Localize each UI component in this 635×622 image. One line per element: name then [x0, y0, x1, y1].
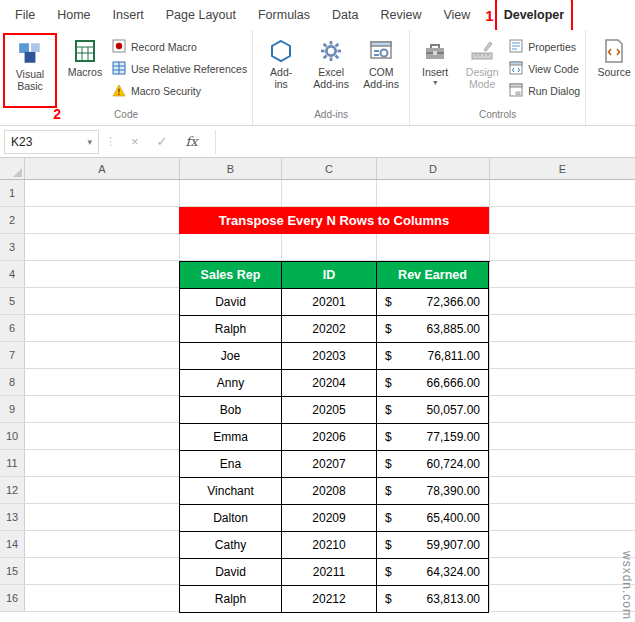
currency-symbol: $: [385, 457, 392, 471]
add-ins-button[interactable]: Add- ins: [256, 33, 306, 108]
row-header[interactable]: 12: [0, 477, 25, 503]
view-code-button[interactable]: View Code: [509, 60, 580, 78]
cell-sales-rep[interactable]: Vinchant: [180, 478, 282, 505]
tab-page-layout[interactable]: Page Layout: [155, 1, 247, 29]
cell-rev[interactable]: $64,324.00: [377, 559, 489, 586]
table-row: David 20201 $72,366.00: [180, 289, 490, 316]
visual-basic-button[interactable]: Visual Basic: [5, 35, 55, 106]
cell-sales-rep[interactable]: Anny: [180, 370, 282, 397]
tab-formulas[interactable]: Formulas: [247, 1, 321, 29]
source-button[interactable]: Source: [589, 33, 635, 108]
tab-view[interactable]: View: [432, 1, 481, 29]
name-box-dropdown-icon[interactable]: ▾: [87, 137, 92, 147]
excel-add-ins-button[interactable]: Excel Add-ins: [306, 33, 356, 108]
cell-rev[interactable]: $59,907.00: [377, 532, 489, 559]
cell-rev[interactable]: $76,811.00: [377, 343, 489, 370]
row-header[interactable]: 15: [0, 558, 25, 584]
cell-rev[interactable]: $65,400.00: [377, 505, 489, 532]
currency-symbol: $: [385, 322, 392, 336]
cell-sales-rep[interactable]: Emma: [180, 424, 282, 451]
cell-id[interactable]: 20208: [282, 478, 377, 505]
cell-sales-rep[interactable]: Cathy: [180, 532, 282, 559]
cell-rev[interactable]: $78,390.00: [377, 478, 489, 505]
cell-id[interactable]: 20207: [282, 451, 377, 478]
cell-sales-rep[interactable]: David: [180, 289, 282, 316]
cell-id[interactable]: 20203: [282, 343, 377, 370]
cell-id[interactable]: 20201: [282, 289, 377, 316]
cell-rev[interactable]: $63,813.00: [377, 586, 489, 613]
cell-sales-rep[interactable]: Ena: [180, 451, 282, 478]
row-header[interactable]: 10: [0, 423, 25, 449]
row-header[interactable]: 2: [0, 207, 25, 233]
row-header[interactable]: 4: [0, 261, 25, 287]
cell-sales-rep[interactable]: Bob: [180, 397, 282, 424]
row-header[interactable]: 5: [0, 288, 25, 314]
row-header[interactable]: 1: [0, 180, 25, 206]
tab-home[interactable]: Home: [46, 1, 101, 29]
column-header-d[interactable]: D: [377, 158, 490, 179]
row-header[interactable]: 14: [0, 531, 25, 557]
tab-insert[interactable]: Insert: [102, 1, 155, 29]
column-header-e[interactable]: E: [490, 158, 635, 179]
row-header[interactable]: 8: [0, 369, 25, 395]
macro-sheet-icon: [73, 36, 97, 66]
cell-id[interactable]: 20211: [282, 559, 377, 586]
com-add-ins-button[interactable]: COM Add-ins: [356, 33, 406, 108]
column-header-a[interactable]: A: [25, 158, 180, 179]
tab-data[interactable]: Data: [321, 1, 369, 29]
column-header-c[interactable]: C: [282, 158, 377, 179]
tab-developer[interactable]: Developer: [495, 0, 573, 32]
header-id[interactable]: ID: [282, 262, 377, 289]
cell-rev[interactable]: $50,057.00: [377, 397, 489, 424]
cell-rev[interactable]: $77,159.00: [377, 424, 489, 451]
macros-button[interactable]: Macros: [60, 33, 110, 108]
macro-security-button[interactable]: Macro Security: [112, 82, 247, 100]
properties-button[interactable]: Properties: [509, 38, 580, 56]
column-header-b[interactable]: B: [180, 158, 282, 179]
source-label: Source: [597, 66, 630, 78]
cell-id[interactable]: 20206: [282, 424, 377, 451]
table-row: Dalton 20209 $65,400.00: [180, 505, 490, 532]
row-header[interactable]: 7: [0, 342, 25, 368]
cell-rev[interactable]: $60,724.00: [377, 451, 489, 478]
row-header[interactable]: 9: [0, 396, 25, 422]
name-box[interactable]: K23 ▾: [4, 130, 99, 154]
cell-sales-rep[interactable]: Joe: [180, 343, 282, 370]
formula-input[interactable]: [215, 130, 631, 154]
insert-control-button[interactable]: Insert ▾: [413, 33, 457, 108]
cell-sales-rep[interactable]: Ralph: [180, 316, 282, 343]
cell-id[interactable]: 20209: [282, 505, 377, 532]
row-header[interactable]: 11: [0, 450, 25, 476]
title-banner[interactable]: Transpose Every N Rows to Columns: [179, 207, 489, 234]
rev-amount: 78,390.00: [427, 484, 480, 498]
row-header[interactable]: 13: [0, 504, 25, 530]
record-macro-button[interactable]: Record Macro: [112, 38, 247, 56]
code-window-icon: [509, 61, 523, 77]
cell-id[interactable]: 20204: [282, 370, 377, 397]
enter-icon[interactable]: ✓: [157, 134, 168, 149]
cell-id[interactable]: 20210: [282, 532, 377, 559]
cell-sales-rep[interactable]: Ralph: [180, 586, 282, 613]
row-header[interactable]: 3: [0, 234, 25, 260]
cell-sales-rep[interactable]: David: [180, 559, 282, 586]
rev-amount: 72,366.00: [427, 295, 480, 309]
cell-id[interactable]: 20205: [282, 397, 377, 424]
run-dialog-button[interactable]: Run Dialog: [509, 82, 580, 100]
cell-id[interactable]: 20212: [282, 586, 377, 613]
row-header[interactable]: 16: [0, 585, 25, 611]
tab-file[interactable]: File: [4, 1, 46, 29]
cell-id[interactable]: 20202: [282, 316, 377, 343]
header-rev-earned[interactable]: Rev Earned: [377, 262, 489, 289]
cell-sales-rep[interactable]: Dalton: [180, 505, 282, 532]
design-mode-button[interactable]: Design Mode: [457, 33, 507, 108]
header-sales-rep[interactable]: Sales Rep: [180, 262, 282, 289]
cancel-icon[interactable]: ×: [131, 134, 139, 149]
cell-rev[interactable]: $66,666.00: [377, 370, 489, 397]
tab-review[interactable]: Review: [369, 1, 432, 29]
use-relative-references-button[interactable]: Use Relative References: [112, 60, 247, 78]
insert-function-icon[interactable]: fx: [186, 134, 198, 149]
select-all-corner[interactable]: [0, 158, 25, 179]
cell-rev[interactable]: $72,366.00: [377, 289, 489, 316]
cell-rev[interactable]: $63,885.00: [377, 316, 489, 343]
row-header[interactable]: 6: [0, 315, 25, 341]
